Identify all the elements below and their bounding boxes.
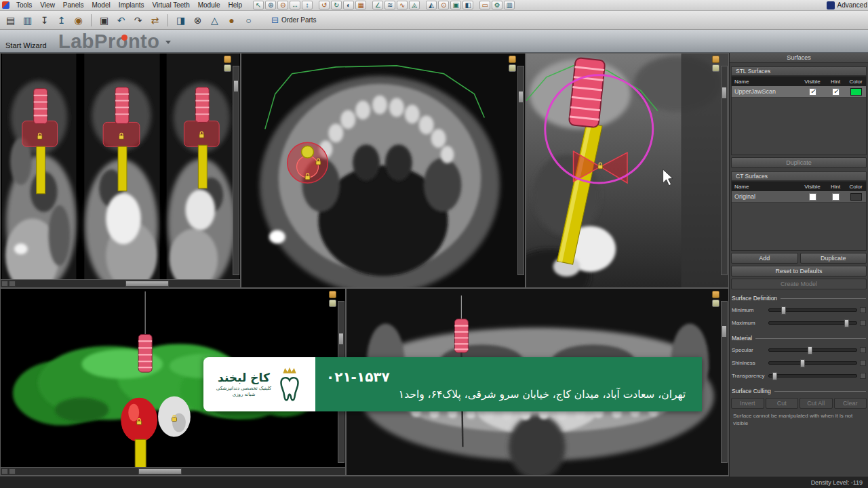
viewport-scrollbar[interactable] [721, 301, 728, 463]
invert-button[interactable]: Invert [731, 398, 764, 409]
implant-post[interactable] [118, 146, 127, 191]
split-view-icon[interactable]: ◨ [173, 13, 189, 28]
slider-handle[interactable] [808, 346, 812, 354]
wireframe-icon[interactable]: ○ [241, 13, 256, 28]
viewport-cross-sections[interactable] [0, 53, 241, 288]
stl-surface-list[interactable] [732, 98, 866, 155]
surface-row-original[interactable]: Original [732, 191, 866, 203]
crop-icon[interactable]: ▭ [479, 1, 490, 9]
reset-defaults-button[interactable]: Reset to Defaults [731, 266, 867, 277]
implant-screw[interactable] [569, 58, 606, 127]
rotate-right-icon[interactable]: ↻ [331, 1, 342, 9]
logo-dropdown-caret[interactable] [165, 41, 171, 44]
advanced-button[interactable]: Advanced [827, 1, 868, 9]
camera-icon[interactable]: ◉ [71, 13, 86, 28]
ct-add-button[interactable]: Add [731, 253, 798, 264]
implant-post[interactable] [198, 145, 207, 188]
nerve-canal-icon[interactable]: ∿ [397, 1, 408, 9]
minimum-slider[interactable]: Minimum [732, 305, 866, 315]
viewport-scrollbar[interactable] [721, 66, 728, 275]
screenshot-icon[interactable]: ▣ [450, 1, 461, 9]
viewport-implant-detail[interactable] [526, 53, 729, 288]
order-parts-button[interactable]: ⊟ Order Parts [266, 13, 322, 27]
menu-help[interactable]: Help [224, 1, 247, 9]
surface-row-upperjawscan[interactable]: UpperJawScan [732, 86, 866, 98]
redo-icon[interactable]: ↷ [130, 13, 146, 28]
slice-slider[interactable] [1, 279, 240, 287]
rotation-slider[interactable] [1, 467, 345, 475]
undo-icon[interactable]: ↶ [113, 13, 129, 28]
implant-screw[interactable] [115, 87, 129, 124]
tooth-icon[interactable]: ◭ [426, 1, 437, 9]
start-wizard-button[interactable]: Start Wizard [5, 41, 47, 49]
focus-icon[interactable]: ⊙ [438, 1, 449, 9]
slider-step-button[interactable] [860, 307, 866, 313]
slider-step-button[interactable] [860, 347, 866, 353]
ct-surfaces-header[interactable]: CT Surfaces [731, 171, 867, 181]
menu-panels[interactable]: Panels [59, 1, 88, 9]
menu-model[interactable]: Model [87, 1, 114, 9]
implant-screw[interactable] [454, 319, 468, 353]
slider-handle[interactable] [781, 306, 786, 314]
slider-handle[interactable] [800, 359, 805, 367]
import-icon[interactable]: ↧ [37, 13, 52, 28]
transparency-slider[interactable]: Transparency [732, 371, 866, 381]
viewport-axial[interactable] [241, 53, 526, 288]
zoom-out-icon[interactable]: ⊖ [277, 1, 288, 9]
open-case-icon[interactable]: ▤ [3, 13, 18, 28]
settings-icon[interactable]: ⚙ [492, 1, 502, 9]
maximum-slider[interactable]: Maximum [732, 318, 866, 328]
ct-surface-list[interactable] [732, 203, 866, 250]
report-icon[interactable]: ▥ [504, 1, 515, 9]
render-icon[interactable]: ● [224, 13, 239, 28]
stl-duplicate-button[interactable]: Duplicate [731, 157, 867, 168]
pan-vertical-icon[interactable]: ↕ [302, 1, 313, 9]
virtual-tooth-red[interactable] [121, 398, 157, 443]
create-model-button[interactable]: Create Model [731, 279, 867, 289]
clear-button[interactable]: Clear [834, 398, 867, 409]
menu-virtual-teeth[interactable]: Virtual Teeth [148, 1, 193, 9]
implant-icon[interactable]: ◬ [409, 1, 420, 9]
hint-checkbox[interactable] [832, 88, 840, 96]
virtual-tooth-white[interactable] [158, 396, 191, 437]
viewport-controls[interactable] [329, 291, 336, 307]
rotate-left-icon[interactable]: ↺ [319, 1, 330, 9]
slider-handle[interactable] [772, 372, 777, 380]
visible-checkbox[interactable] [809, 88, 816, 96]
implant-screw[interactable] [138, 335, 152, 373]
viewport-scrollbar[interactable] [233, 66, 239, 275]
slider-step-button[interactable] [860, 373, 866, 379]
grid-icon[interactable]: ▦ [355, 1, 366, 9]
viewport-scrollbar[interactable] [517, 66, 524, 275]
slider-step-button[interactable] [860, 320, 866, 326]
implant-screw[interactable] [195, 87, 209, 123]
slices-icon[interactable]: ≋ [384, 1, 395, 9]
hint-checkbox[interactable] [832, 193, 840, 201]
angle-measure-icon[interactable]: ∠ [372, 1, 383, 9]
viewport-controls[interactable] [712, 56, 719, 72]
implant-head-marker[interactable] [302, 146, 314, 158]
implant-screw[interactable] [34, 89, 47, 124]
menu-view[interactable]: View [36, 1, 59, 9]
implant-axial-overlay[interactable] [288, 142, 328, 183]
pan-horizontal-icon[interactable]: ↔ [290, 1, 300, 9]
slider-step-button[interactable] [860, 360, 866, 366]
viewport-controls[interactable] [224, 56, 231, 72]
surface-icon[interactable]: △ [207, 13, 222, 28]
export-icon[interactable]: ↥ [54, 13, 69, 28]
cut-button[interactable]: Cut [766, 398, 799, 409]
slider-handle[interactable] [844, 319, 849, 327]
implant-post[interactable] [37, 146, 45, 194]
cut-all-button[interactable]: Cut All [800, 398, 833, 409]
snapshot-icon[interactable]: ▣ [96, 13, 112, 28]
menu-implants[interactable]: Implants [115, 1, 149, 9]
visible-checkbox[interactable] [809, 193, 816, 201]
specular-slider[interactable]: Specular [732, 345, 866, 355]
viewport-controls[interactable] [509, 56, 516, 72]
pointer-icon[interactable]: ↖ [253, 1, 264, 9]
color-swatch[interactable] [850, 88, 862, 96]
save-case-icon[interactable]: ▥ [20, 13, 35, 28]
menu-tools[interactable]: Tools [12, 1, 36, 9]
delete-icon[interactable]: ⊗ [190, 13, 205, 28]
layout-icon[interactable]: ◧ [462, 1, 473, 9]
